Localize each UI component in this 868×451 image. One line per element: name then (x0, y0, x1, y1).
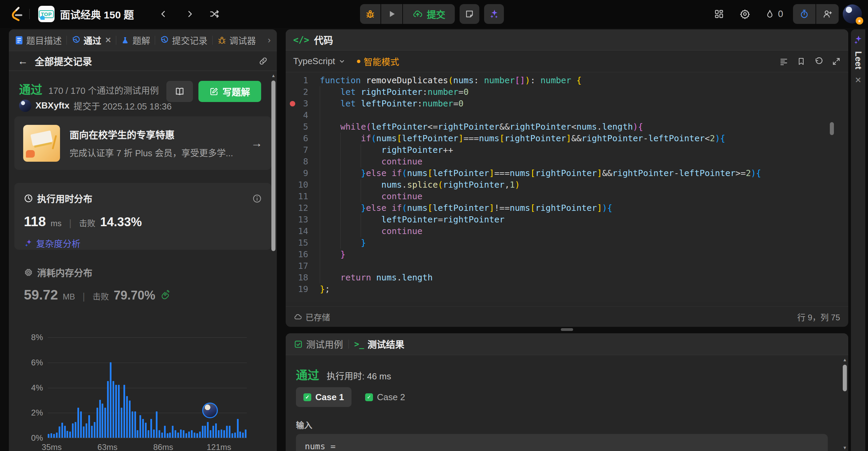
histogram-bar[interactable] (199, 432, 201, 438)
histogram-bar[interactable] (229, 426, 230, 438)
histogram-bar[interactable] (134, 411, 136, 438)
histogram-bar[interactable] (167, 433, 168, 438)
code-line[interactable]: 16} (286, 249, 848, 260)
histogram-bar[interactable] (121, 408, 122, 438)
tab-testcases[interactable]: 测试用例 (294, 337, 343, 351)
histogram-bar[interactable] (102, 404, 103, 438)
histogram-bar[interactable] (137, 430, 138, 438)
histogram-bar[interactable] (123, 385, 125, 438)
close-tab-icon[interactable]: ✕ (105, 36, 111, 45)
runtime-histogram[interactable]: 8%6%4%2%0% 35ms63ms86ms121ms (9, 334, 277, 451)
fullscreen-icon[interactable] (832, 57, 841, 66)
author-avatar[interactable] (19, 100, 31, 112)
histogram-bar[interactable] (99, 400, 101, 438)
histogram-bar[interactable] (86, 423, 87, 438)
user-avatar[interactable]: ★ (843, 4, 862, 24)
author-name[interactable]: XBXyftx (35, 100, 70, 111)
histogram-bar[interactable] (115, 385, 117, 438)
histogram-bar[interactable] (196, 433, 198, 438)
scroll-down-icon[interactable]: ▼ (842, 445, 848, 450)
histogram-bar[interactable] (183, 430, 184, 438)
editor-scrollbar-thumb[interactable] (830, 122, 834, 135)
back-arrow-icon[interactable]: ← (18, 55, 28, 67)
tab-description[interactable]: 题目描述 (15, 34, 66, 46)
study-plan-icon[interactable]: TOP (38, 6, 55, 22)
histogram-bar[interactable] (150, 419, 152, 438)
scroll-up-icon[interactable]: ▲ (271, 73, 276, 78)
format-code-icon[interactable] (779, 57, 788, 66)
code-line[interactable]: 7rightPointer++ (286, 144, 848, 156)
code-line[interactable]: 2let rightPointer:number=0 (286, 86, 848, 98)
layout-icon[interactable] (713, 8, 725, 20)
histogram-bar[interactable] (80, 411, 82, 438)
streak-flame[interactable]: 0 (765, 0, 783, 28)
histogram-bar[interactable] (142, 419, 144, 438)
histogram-bar[interactable] (129, 401, 131, 438)
code-line[interactable]: 3let leftPointer:number=0 (286, 98, 848, 110)
reset-code-icon[interactable] (814, 57, 823, 66)
histogram-bar[interactable] (132, 411, 133, 438)
tab-debugger[interactable]: 调试器 (213, 34, 261, 46)
scroll-up-icon[interactable]: ▲ (842, 357, 848, 362)
my-submission-marker[interactable] (202, 403, 218, 418)
histogram-bar[interactable] (145, 423, 147, 438)
code-line[interactable]: 10nums.splice(rightPointer,1) (286, 179, 848, 191)
histogram-bar[interactable] (175, 430, 176, 438)
histogram-bar[interactable] (223, 430, 225, 438)
code-line[interactable]: 18return nums.length (286, 272, 848, 283)
histogram-bar[interactable] (139, 415, 141, 438)
histogram-bar[interactable] (172, 426, 174, 438)
view-solutions-button[interactable] (166, 81, 193, 102)
ai-sidebar-collapsed[interactable]: Leet ✕ (851, 29, 865, 451)
bookmark-icon[interactable] (797, 57, 805, 66)
settings-gear-icon[interactable] (739, 8, 751, 20)
tab-solutions[interactable]: 题解 (116, 34, 155, 46)
complexity-analysis-link[interactable]: 复杂度分析 (24, 237, 262, 249)
histogram-bar[interactable] (161, 433, 163, 438)
histogram-bar[interactable] (226, 426, 228, 438)
histogram-bar[interactable] (231, 433, 233, 438)
histogram-bar[interactable] (91, 426, 93, 438)
invite-user-button[interactable] (816, 4, 839, 24)
smart-mode-toggle[interactable]: 智能模式 (357, 55, 399, 68)
histogram-bar[interactable] (48, 434, 49, 438)
test-panel-scrollbar[interactable]: ▲ ▼ (842, 357, 848, 451)
histogram-bar[interactable] (96, 408, 98, 438)
case-1-button[interactable]: ✓ Case 1 (296, 387, 351, 407)
next-question-button[interactable] (184, 8, 196, 20)
histogram-bar[interactable] (64, 426, 66, 438)
code-line[interactable]: 12}else if(nums[leftPointer]!==nums[righ… (286, 202, 848, 214)
histogram-bar[interactable] (77, 408, 79, 438)
histogram-bar[interactable] (110, 362, 111, 438)
code-line[interactable]: 6if(nums[leftPointer]===nums[rightPointe… (286, 133, 848, 144)
left-panel-scrollbar[interactable]: ▲ (271, 73, 276, 451)
histogram-bar[interactable] (242, 433, 244, 438)
histogram-bar[interactable] (104, 408, 106, 438)
histogram-bar[interactable] (218, 430, 220, 438)
histogram-bar[interactable] (202, 426, 204, 438)
memory-section[interactable]: 消耗内存分布 59.72 MB | 击败 79.70% (24, 266, 271, 303)
code-line[interactable]: 14continue (286, 226, 848, 237)
histogram-bar[interactable] (66, 431, 68, 438)
histogram-bar[interactable] (245, 430, 246, 438)
histogram-bar[interactable] (215, 423, 217, 438)
histogram-bar[interactable] (118, 385, 120, 438)
histogram-bar[interactable] (212, 426, 214, 438)
histogram-bar[interactable] (148, 430, 149, 438)
histogram-bar[interactable] (237, 419, 239, 438)
code-line[interactable]: 9}else if(nums[leftPointer]===nums[right… (286, 168, 848, 179)
histogram-bar[interactable] (88, 415, 90, 438)
run-button[interactable] (381, 4, 402, 24)
code-line[interactable]: 8continue (286, 156, 848, 168)
histogram-bar[interactable] (69, 432, 71, 438)
histogram-bar[interactable] (83, 426, 85, 438)
histogram-bar[interactable] (126, 396, 128, 438)
histogram-bar[interactable] (94, 422, 95, 438)
shuffle-icon[interactable] (209, 8, 220, 20)
tab-testresult[interactable]: >_ 测试结果 (354, 337, 404, 351)
left-scrollbar-thumb[interactable] (271, 81, 275, 251)
copy-link-icon[interactable] (258, 56, 268, 66)
histogram-bar[interactable] (169, 433, 171, 438)
code-line[interactable]: 17 (286, 260, 848, 272)
submit-button[interactable]: 提交 (403, 4, 455, 24)
